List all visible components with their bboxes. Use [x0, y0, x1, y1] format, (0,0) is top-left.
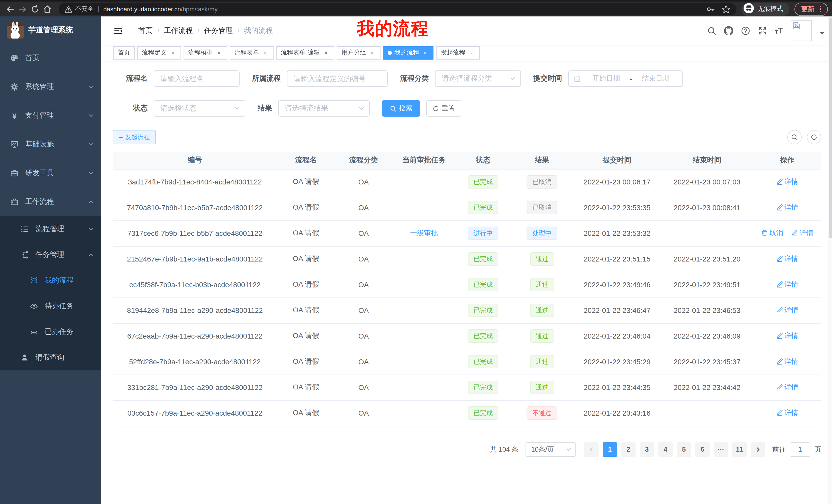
- current-task-link[interactable]: 一级审批: [410, 229, 438, 238]
- sidebar-item-my-process[interactable]: 我的流程: [0, 268, 101, 293]
- process-name-input[interactable]: [154, 71, 240, 87]
- github-icon[interactable]: [724, 26, 733, 35]
- sidebar-item-task-mgmt[interactable]: 任务管理: [0, 242, 101, 268]
- home-icon[interactable]: [41, 3, 53, 15]
- detail-link[interactable]: 详情: [776, 409, 798, 418]
- sidebar-item-infrastructure[interactable]: 基础设施: [0, 130, 101, 159]
- page-button-2[interactable]: 2: [621, 442, 635, 456]
- user-icon: [21, 354, 29, 362]
- detail-link[interactable]: 详情: [776, 177, 798, 187]
- tab-close-icon[interactable]: [322, 49, 330, 56]
- start-process-button[interactable]: 发起流程: [113, 130, 156, 144]
- search-icon[interactable]: [707, 26, 716, 35]
- password-key-icon[interactable]: [706, 4, 715, 13]
- page-button-6[interactable]: 6: [695, 442, 710, 456]
- tab-close-icon[interactable]: [169, 49, 176, 56]
- flow-nodes-icon: [21, 251, 29, 259]
- sidebar-item-devtools[interactable]: 研发工具: [0, 159, 101, 188]
- show-search-button[interactable]: [787, 130, 802, 144]
- sidebar-item-done-tasks[interactable]: 已办任务: [0, 319, 101, 345]
- reset-button[interactable]: 重置: [426, 100, 461, 117]
- breadcrumb-workflow[interactable]: 工作流程: [164, 26, 193, 35]
- status-badge: 已完成: [468, 381, 498, 394]
- sidebar-item-system[interactable]: 系统管理: [0, 73, 101, 101]
- detail-link[interactable]: 详情: [776, 331, 798, 341]
- detail-link[interactable]: 详情: [776, 254, 798, 263]
- tab-process-model[interactable]: 流程模型: [184, 46, 227, 59]
- page-button-1[interactable]: 1: [603, 442, 617, 456]
- sidebar-item-leave-query[interactable]: 请假查询: [0, 345, 101, 370]
- search-button[interactable]: 搜索: [382, 100, 420, 117]
- tab-close-icon[interactable]: [262, 49, 269, 56]
- tab-close-icon[interactable]: [369, 49, 376, 56]
- detail-link[interactable]: 详情: [776, 203, 798, 212]
- status-badge: 已完成: [468, 407, 498, 420]
- tab-user-group[interactable]: 用户分组: [337, 46, 381, 59]
- submit-time-label: 提交时间: [533, 74, 562, 83]
- sidebar-item-workflow[interactable]: 工作流程: [0, 188, 101, 216]
- avatar[interactable]: [791, 20, 812, 41]
- fullscreen-icon[interactable]: [758, 26, 767, 35]
- result-select[interactable]: 请选择流结果: [278, 100, 370, 117]
- sidebar-item-process-mgmt[interactable]: 流程管理: [0, 216, 101, 242]
- incognito-icon: [744, 3, 754, 15]
- tab-my-process[interactable]: 我的流程: [383, 46, 434, 59]
- detail-link[interactable]: 详情: [791, 229, 813, 238]
- sidebar-toggle-icon[interactable]: [114, 26, 123, 35]
- chevron-up-icon: [88, 199, 94, 205]
- refresh-table-button[interactable]: [807, 130, 821, 144]
- update-button[interactable]: 更新: [795, 2, 828, 16]
- date-end-placeholder: 结束日期: [634, 74, 677, 83]
- detail-link[interactable]: 详情: [776, 357, 798, 366]
- breadcrumb-task-mgmt[interactable]: 任务管理: [204, 26, 233, 35]
- detail-link[interactable]: 详情: [776, 383, 798, 392]
- process-category-select[interactable]: 请选择流程分类: [435, 71, 521, 87]
- tab-close-icon[interactable]: [422, 49, 429, 56]
- browser-menu-icon[interactable]: [820, 8, 821, 10]
- col-submit-time: 提交时间: [573, 152, 661, 169]
- scrollbar[interactable]: [828, 17, 832, 504]
- detail-link[interactable]: 详情: [776, 280, 798, 289]
- gear-icon: [10, 83, 19, 91]
- result-badge: 处理中: [527, 227, 557, 240]
- avatar-caret-icon[interactable]: [820, 32, 825, 37]
- page-button-11[interactable]: 11: [732, 442, 747, 456]
- submit-time-range-picker[interactable]: 开始日期 - 结束日期: [568, 71, 683, 87]
- goto-page-input[interactable]: [790, 442, 810, 456]
- sidebar-item-payment[interactable]: 支付管理: [0, 101, 101, 130]
- scrollbar-thumb[interactable]: [829, 18, 832, 239]
- page-size-select[interactable]: 10条/页: [525, 442, 576, 456]
- font-size-icon[interactable]: [775, 26, 783, 35]
- table-header-row: 编号 流程名 流程分类 当前审批任务 状态 结果 提交时间 结束时间 操作: [113, 152, 821, 169]
- col-category: 流程分类: [335, 152, 392, 169]
- breadcrumb-home[interactable]: 首页: [138, 26, 153, 35]
- sidebar-item-todo-tasks[interactable]: 待办任务: [0, 293, 101, 319]
- tab-close-icon[interactable]: [215, 49, 223, 56]
- filter-row-2: 状态 请选择状态 结果 请选择流结果: [113, 100, 821, 117]
- help-icon[interactable]: [741, 26, 750, 35]
- table-row: ec45f38f-7b9a-11ec-b03b-acde48001122 OA …: [113, 272, 821, 298]
- sidebar-item-home[interactable]: 首页: [0, 44, 101, 73]
- reload-icon[interactable]: [29, 3, 41, 15]
- detail-link[interactable]: 详情: [776, 306, 798, 315]
- app-logo[interactable]: 芋道管理系统: [0, 17, 101, 44]
- page-ellipsis[interactable]: ···: [714, 442, 728, 456]
- tab-process-form[interactable]: 流程表单: [230, 46, 274, 59]
- tab-process-definition[interactable]: 流程定义: [137, 46, 181, 59]
- next-page-button[interactable]: [751, 442, 765, 456]
- tab-home[interactable]: 首页: [113, 46, 135, 59]
- forward-icon[interactable]: [17, 3, 29, 15]
- tab-close-icon[interactable]: [468, 49, 475, 56]
- page-button-5[interactable]: 5: [677, 442, 691, 456]
- back-icon[interactable]: [4, 3, 17, 15]
- tab-process-form-edit[interactable]: 流程表单-编辑: [276, 46, 334, 59]
- tab-start-process[interactable]: 发起流程: [436, 46, 480, 59]
- page-button-4[interactable]: 4: [658, 442, 673, 456]
- process-definition-input[interactable]: [287, 71, 388, 87]
- url-bar[interactable]: 不安全 dashboard.yudao.iocoder.cn/bpm/task/…: [59, 3, 736, 15]
- bookmark-star-icon[interactable]: [722, 4, 731, 13]
- page-button-3[interactable]: 3: [640, 442, 654, 456]
- cancel-link[interactable]: 取消: [761, 229, 783, 238]
- status-select[interactable]: 请选择状态: [154, 100, 245, 117]
- prev-page-button[interactable]: [584, 442, 599, 456]
